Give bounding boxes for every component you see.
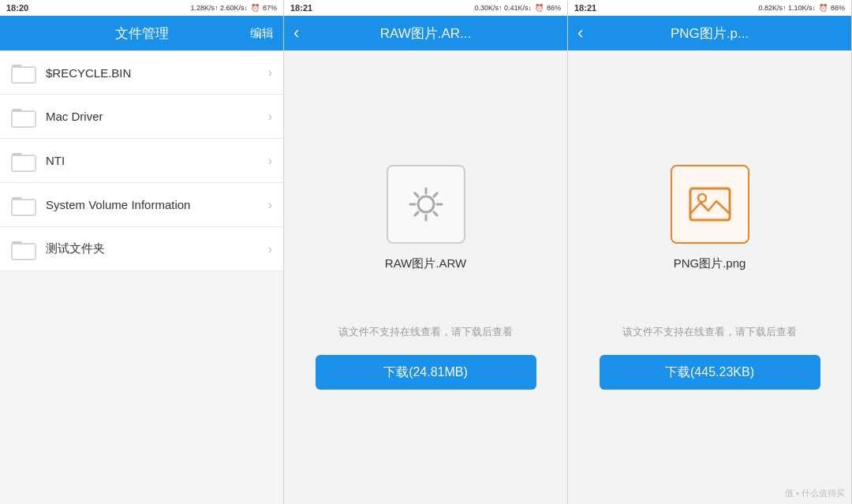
preview-hint-raw: 该文件不支持在线查看，请下载后查看 — [338, 325, 513, 339]
clock-icon-left: ⏰ — [251, 4, 260, 12]
svg-rect-3 — [12, 200, 36, 215]
image-icon — [686, 181, 734, 228]
chevron-icon: › — [268, 154, 272, 168]
svg-line-12 — [433, 193, 436, 196]
right-icons-left: 1.28K/s↑ 2.60K/s↓ ⏰ 87% — [190, 4, 277, 12]
nav-title-left: 文件管理 — [115, 24, 169, 43]
folder-icon — [11, 194, 36, 216]
nav-bar-mid: ‹ RAW图片.AR... — [284, 16, 567, 50]
svg-line-13 — [414, 212, 417, 215]
svg-point-5 — [418, 196, 434, 212]
nav-title-mid: RAW图片.AR... — [380, 24, 472, 43]
back-button-right[interactable]: ‹ — [577, 23, 583, 43]
file-name: $RECYCLE.BIN — [46, 66, 268, 80]
download-button-raw[interactable]: 下载(24.81MB) — [316, 355, 536, 390]
watermark: 值 • 什么值得买 — [785, 487, 845, 499]
gear-icon — [402, 181, 450, 228]
file-preview-icon-png — [671, 165, 749, 244]
preview-filename-raw: RAW图片.ARW — [385, 256, 466, 271]
file-name: System Volume Information — [46, 198, 268, 211]
chevron-icon: › — [268, 65, 272, 80]
svg-rect-14 — [690, 189, 730, 220]
svg-line-11 — [433, 212, 436, 215]
back-button-mid[interactable]: ‹ — [293, 23, 299, 43]
preview-body-mid: RAW图片.ARW 该文件不支持在线查看，请下载后查看 下载(24.81MB) — [284, 50, 567, 504]
edit-button[interactable]: 编辑 — [250, 26, 274, 41]
clock-icon-right: ⏰ — [819, 4, 828, 12]
svg-line-10 — [414, 193, 417, 196]
battery-mid: 86% — [547, 4, 561, 12]
left-panel: 18:20 1.28K/s↑ 2.60K/s↓ ⏰ 87% 文件管理 编辑 $R… — [0, 0, 284, 504]
battery-right: 86% — [831, 4, 845, 12]
preview-body-right: PNG图片.png 该文件不支持在线查看，请下载后查看 下载(445.23KB) — [568, 50, 851, 504]
preview-hint-png: 该文件不支持在线查看，请下载后查看 — [622, 325, 797, 339]
file-name: 测试文件夹 — [46, 241, 268, 256]
right-icons-right: 0.82K/s↑ 1.10K/s↓ ⏰ 86% — [758, 4, 845, 12]
time-mid: 18:21 — [290, 3, 312, 13]
file-preview-icon-raw — [387, 165, 465, 244]
svg-rect-0 — [12, 67, 36, 83]
signal-left: 1.28K/s↑ 2.60K/s↓ — [190, 4, 248, 12]
chevron-icon: › — [268, 110, 272, 124]
svg-rect-4 — [12, 244, 36, 259]
mid-panel: 18:21 0.30K/s↑ 0.41K/s↓ ⏰ 86% ‹ RAW图片.AR… — [284, 0, 568, 504]
folder-icon — [11, 106, 36, 128]
battery-left: 87% — [263, 4, 277, 12]
time-right: 18:21 — [574, 3, 596, 13]
signal-right: 0.82K/s↑ 1.10K/s↓ — [758, 4, 816, 12]
status-bar-left: 18:20 1.28K/s↑ 2.60K/s↓ ⏰ 87% — [0, 0, 283, 16]
right-icons-mid: 0.30K/s↑ 0.41K/s↓ ⏰ 86% — [474, 4, 561, 12]
status-bar-mid: 18:21 0.30K/s↑ 0.41K/s↓ ⏰ 86% — [284, 0, 567, 16]
clock-icon-mid: ⏰ — [535, 4, 544, 12]
nav-title-right: PNG图片.p... — [671, 24, 749, 43]
time-left: 18:20 — [6, 3, 28, 13]
folder-icon — [11, 150, 36, 172]
list-item[interactable]: $RECYCLE.BIN › — [0, 50, 283, 95]
nav-bar-left: 文件管理 编辑 — [0, 16, 283, 50]
file-list: $RECYCLE.BIN › Mac Driver › NTI › — [0, 50, 283, 504]
preview-filename-png: PNG图片.png — [674, 256, 746, 271]
svg-rect-2 — [12, 155, 36, 171]
list-item[interactable]: System Volume Information › — [0, 183, 283, 227]
folder-icon — [11, 62, 36, 84]
file-name: Mac Driver — [46, 110, 268, 123]
file-name: NTI — [46, 154, 268, 167]
svg-rect-1 — [12, 111, 36, 127]
right-panel: 18:21 0.82K/s↑ 1.10K/s↓ ⏰ 86% ‹ PNG图片.p.… — [568, 0, 852, 504]
nav-bar-right: ‹ PNG图片.p... — [568, 16, 851, 50]
list-item[interactable]: NTI › — [0, 139, 283, 183]
list-item[interactable]: Mac Driver › — [0, 95, 283, 139]
chevron-icon: › — [268, 198, 272, 212]
signal-mid: 0.30K/s↑ 0.41K/s↓ — [474, 4, 532, 12]
list-item[interactable]: 测试文件夹 › — [0, 227, 283, 271]
chevron-icon: › — [268, 242, 272, 256]
folder-icon — [11, 238, 36, 260]
svg-point-15 — [698, 194, 706, 202]
download-button-png[interactable]: 下载(445.23KB) — [600, 355, 820, 390]
status-bar-right: 18:21 0.82K/s↑ 1.10K/s↓ ⏰ 86% — [568, 0, 851, 16]
